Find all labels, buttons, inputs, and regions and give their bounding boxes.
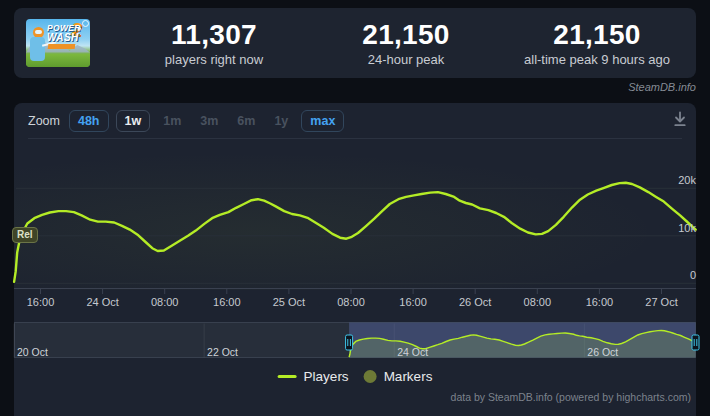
- x-axis-label: 16:00: [586, 296, 614, 308]
- capsule-title-line2: WASH: [47, 32, 79, 43]
- navigator-date-label: 24 Oct: [397, 346, 428, 358]
- zoom-button-3m: 3m: [194, 110, 224, 132]
- x-axis-label: 16:00: [27, 296, 55, 308]
- current-players-label: players right now: [165, 52, 263, 67]
- y-axis-label: 20k: [656, 174, 696, 186]
- zoom-button-6m: 6m: [231, 110, 261, 132]
- release-flag[interactable]: Rel: [12, 227, 38, 243]
- zoom-button-48h[interactable]: 48h: [69, 110, 109, 132]
- x-axis-label: 24 Oct: [86, 296, 118, 308]
- markers-circle-swatch: [364, 370, 377, 383]
- game-capsule-image[interactable]: 2 POWER WASH: [26, 19, 90, 67]
- chart-credits[interactable]: data by SteamDB.info (powered by highcha…: [451, 391, 691, 403]
- 24h-peak-label: 24-hour peak: [362, 52, 449, 67]
- 24h-peak-value: 21,150: [362, 20, 449, 50]
- capsule-bubble: [82, 20, 89, 27]
- capsule-character-visor: [35, 30, 42, 34]
- stat-24h-peak: 21,150 24-hour peak: [362, 20, 449, 67]
- steamdb-chart-page: 2 POWER WASH 11,307 players right now 21…: [0, 0, 710, 416]
- zoom-label: Zoom: [28, 114, 60, 128]
- x-axis-label: 27 Oct: [645, 296, 677, 308]
- navigator-date-label: 20 Oct: [17, 346, 48, 358]
- toolbar-separator: [28, 138, 682, 139]
- capsule-character-body: [30, 37, 45, 61]
- stat-current-players: 11,307 players right now: [165, 20, 263, 67]
- zoom-button-1m: 1m: [157, 110, 187, 132]
- legend-item-players[interactable]: Players: [278, 369, 349, 384]
- navigator-date-label: 22 Oct: [207, 346, 238, 358]
- navigator-date-label: 26 Oct: [587, 346, 618, 358]
- current-players-value: 11,307: [165, 20, 263, 50]
- zoom-toolbar: Zoom 48h1w1m3m6m1ymax: [28, 110, 344, 132]
- x-axis-label: 08:00: [337, 296, 365, 308]
- legend-markers-label: Markers: [384, 369, 433, 384]
- players-line-swatch: [278, 375, 297, 378]
- x-axis-label: 16:00: [213, 296, 241, 308]
- alltime-peak-value: 21,150: [524, 20, 670, 50]
- chart-legend: Players Markers: [278, 369, 433, 384]
- download-icon[interactable]: [671, 110, 689, 128]
- y-axis-label: 10k: [656, 222, 696, 234]
- capsule-bubble: [78, 27, 81, 30]
- stat-alltime-peak: 21,150 all-time peak 9 hours ago: [524, 20, 670, 67]
- steamdb-watermark: SteamDB.info: [628, 81, 696, 93]
- x-axis-label: 08:00: [151, 296, 179, 308]
- y-axis-label: 0: [656, 269, 696, 281]
- x-axis-label: 08:00: [524, 296, 552, 308]
- zoom-button-1w[interactable]: 1w: [116, 110, 151, 132]
- x-axis-label: 26 Oct: [459, 296, 491, 308]
- header-card: 2 POWER WASH 11,307 players right now 21…: [14, 8, 696, 78]
- alltime-peak-label: all-time peak 9 hours ago: [524, 52, 670, 67]
- x-axis-label: 16:00: [399, 296, 427, 308]
- capsule-banner: [48, 44, 76, 49]
- zoom-button-1y: 1y: [268, 110, 294, 132]
- legend-players-label: Players: [304, 369, 349, 384]
- x-axis-label: 25 Oct: [273, 296, 305, 308]
- legend-item-markers[interactable]: Markers: [364, 369, 433, 384]
- zoom-button-max[interactable]: max: [301, 110, 344, 132]
